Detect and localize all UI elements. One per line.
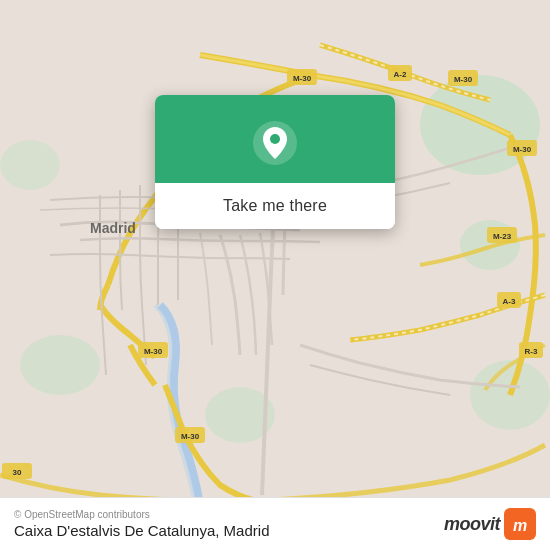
bottom-bar: © OpenStreetMap contributors Caixa D'est…	[0, 497, 550, 550]
attribution-text: © OpenStreetMap contributors	[14, 509, 269, 520]
svg-text:M-30: M-30	[144, 347, 163, 356]
svg-text:M-30: M-30	[513, 145, 532, 154]
moovit-logo-icon: m	[504, 508, 536, 540]
popup-header	[155, 95, 395, 183]
map-svg: M-30 M-30 M-30 M-30 M-30 A-2 M-23 A-3 R-…	[0, 0, 550, 550]
svg-text:A-3: A-3	[503, 297, 516, 306]
svg-text:M-30: M-30	[454, 75, 473, 84]
bottom-left: © OpenStreetMap contributors Caixa D'est…	[14, 509, 269, 539]
svg-text:R-3: R-3	[525, 347, 538, 356]
svg-text:30: 30	[13, 468, 22, 477]
moovit-logo-text: moovit	[444, 514, 500, 535]
svg-text:m: m	[513, 517, 527, 534]
svg-text:M-30: M-30	[293, 74, 312, 83]
moovit-logo: moovit m	[444, 508, 536, 540]
svg-point-2	[20, 335, 100, 395]
take-me-there-button[interactable]: Take me there	[155, 183, 395, 229]
map-container: M-30 M-30 M-30 M-30 M-30 A-2 M-23 A-3 R-…	[0, 0, 550, 550]
svg-point-5	[0, 140, 60, 190]
svg-text:M-30: M-30	[181, 432, 200, 441]
svg-text:M-23: M-23	[493, 232, 512, 241]
svg-text:Madrid: Madrid	[90, 220, 136, 236]
location-pin-icon	[251, 119, 299, 167]
popup-card: Take me there	[155, 95, 395, 229]
svg-text:A-2: A-2	[394, 70, 407, 79]
svg-point-28	[270, 134, 280, 144]
location-name: Caixa D'estalvis De Catalunya, Madrid	[14, 522, 269, 539]
